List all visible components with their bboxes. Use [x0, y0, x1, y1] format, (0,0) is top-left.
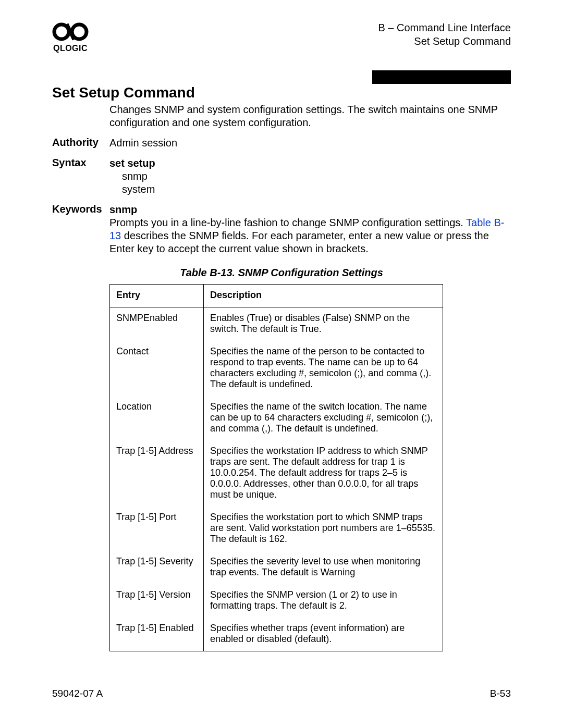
table-cell-entry: Trap [1-5] Address	[110, 440, 204, 507]
table-cell-description: Specifies the SNMP version (1 or 2) to u…	[204, 584, 443, 618]
table-cell-entry: Trap [1-5] Version	[110, 584, 204, 618]
table-cell-description: Specifies whether traps (event informati…	[204, 618, 443, 651]
table-row: Trap [1-5] VersionSpecifies the SNMP ver…	[110, 584, 443, 618]
header-black-bar	[372, 70, 511, 84]
table-cell-entry: Location	[110, 396, 204, 440]
table-cell-description: Specifies the workstation IP address to …	[204, 440, 443, 507]
document-page: QLOGIC B – Command Line Interface Set Se…	[0, 0, 563, 728]
table-cell-description: Specifies the workstation port to which …	[204, 507, 443, 551]
brand-text: QLOGIC	[53, 44, 88, 53]
syntax-arg: system	[122, 183, 511, 196]
footer-right: B-53	[490, 688, 511, 699]
keyword-desc: Prompts you in a line-by-line fashion to…	[109, 216, 511, 255]
header-line-1: B – Command Line Interface	[378, 21, 511, 34]
authority-label: Authority	[52, 137, 109, 150]
table-row: Trap [1-5] AddressSpecifies the workstat…	[110, 440, 443, 507]
footer-left: 59042-07 A	[52, 688, 103, 699]
table-row: Trap [1-5] SeveritySpecifies the severit…	[110, 551, 443, 584]
keyword-desc-post: describes the SNMP fields. For each para…	[109, 230, 489, 254]
snmp-config-table: Entry Description SNMPEnabledEnables (Tr…	[109, 284, 443, 651]
keyword-name: snmp	[109, 203, 511, 216]
table-col-entry: Entry	[110, 285, 204, 307]
table-cell-description: Enables (True) or disables (False) SNMP …	[204, 307, 443, 341]
table-cell-description: Specifies the severity level to use when…	[204, 551, 443, 584]
authority-row: Authority Admin session	[52, 137, 511, 150]
brand-logo: QLOGIC	[52, 21, 89, 53]
header-line-2: Set Setup Command	[378, 34, 511, 48]
keywords-body: snmp Prompts you in a line-by-line fashi…	[109, 203, 511, 255]
syntax-arg: snmp	[122, 170, 511, 183]
table-col-description: Description	[204, 285, 443, 307]
qlogic-icon	[52, 21, 89, 43]
syntax-row: Syntax set setup snmp system	[52, 157, 511, 196]
keyword-desc-pre: Prompts you in a line-by-line fashion to…	[109, 217, 466, 228]
keywords-row: Keywords snmp Prompts you in a line-by-l…	[52, 203, 511, 255]
table-cell-entry: Trap [1-5] Enabled	[110, 618, 204, 651]
table-caption: Table B-13. SNMP Configuration Settings	[52, 267, 511, 279]
table-cell-entry: SNMPEnabled	[110, 307, 204, 341]
table-cell-entry: Trap [1-5] Severity	[110, 551, 204, 584]
table-cell-entry: Contact	[110, 341, 204, 396]
syntax-command: set setup	[109, 157, 511, 170]
keywords-label: Keywords	[52, 203, 109, 255]
page-body: Set Setup Command Changes SNMP and syste…	[52, 84, 511, 651]
page-footer: 59042-07 A B-53	[52, 688, 511, 699]
section-intro: Changes SNMP and system configuration se…	[109, 103, 511, 129]
table-header-row: Entry Description	[110, 285, 443, 307]
table-cell-description: Specifies the name of the switch locatio…	[204, 396, 443, 440]
page-header: QLOGIC B – Command Line Interface Set Se…	[52, 21, 511, 53]
syntax-body: set setup snmp system	[109, 157, 511, 196]
authority-value: Admin session	[109, 137, 511, 150]
table-row: Trap [1-5] EnabledSpecifies whether trap…	[110, 618, 443, 651]
table-cell-description: Specifies the name of the person to be c…	[204, 341, 443, 396]
header-right: B – Command Line Interface Set Setup Com…	[378, 21, 511, 48]
table-row: LocationSpecifies the name of the switch…	[110, 396, 443, 440]
section-title: Set Setup Command	[52, 84, 511, 101]
syntax-label: Syntax	[52, 157, 109, 196]
table-row: ContactSpecifies the name of the person …	[110, 341, 443, 396]
table-cell-entry: Trap [1-5] Port	[110, 507, 204, 551]
table-row: SNMPEnabledEnables (True) or disables (F…	[110, 307, 443, 341]
table-row: Trap [1-5] PortSpecifies the workstation…	[110, 507, 443, 551]
